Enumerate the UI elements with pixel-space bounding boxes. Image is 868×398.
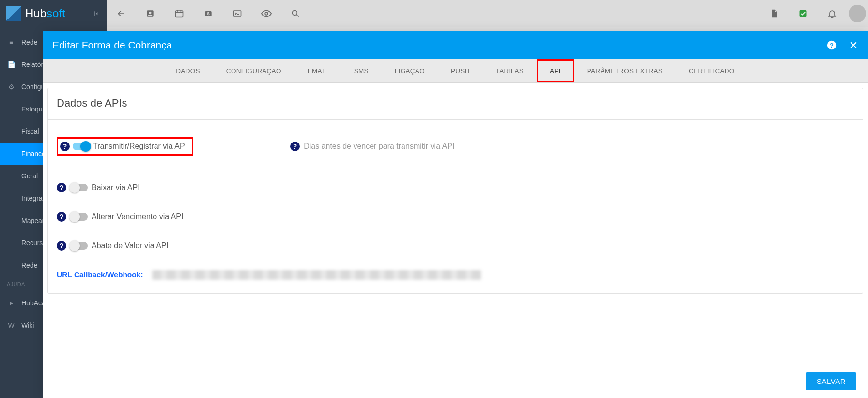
modal-title: Editar Forma de Cobrança (52, 39, 172, 51)
logo-icon (6, 6, 21, 21)
tab-email[interactable]: EMAIL (294, 59, 341, 82)
toggle-baixar-label: Baixar via API (92, 183, 140, 192)
callback-value-redacted (152, 270, 481, 280)
sidebar-item-label: Fiscal (21, 127, 39, 135)
svg-text:?: ? (830, 42, 834, 49)
sidebar-item-label: Wiki (21, 321, 34, 329)
gear-icon: ⚙ (7, 83, 16, 91)
svg-rect-5 (234, 11, 241, 16)
network-icon: ≡ (7, 38, 16, 46)
logo-area: Hubsoft (0, 0, 107, 27)
play-icon: ▸ (7, 299, 16, 307)
transmit-highlight: ? Transmitir/Registrar via API (57, 137, 193, 156)
help-vencimento-icon[interactable]: ? (57, 212, 66, 222)
toggle-vencimento-label: Alterar Vencimento via API (92, 212, 183, 221)
close-icon[interactable] (849, 40, 858, 50)
panel-title: Dados de APIs (48, 88, 863, 120)
tab-push[interactable]: PUSH (438, 59, 483, 82)
edit-billing-modal: Editar Forma de Cobrança ? DADOS CONFIGU… (43, 31, 868, 398)
eye-button[interactable] (252, 0, 281, 27)
modal-footer: SALVAR (43, 365, 868, 398)
tab-sms[interactable]: SMS (341, 59, 382, 82)
document-icon: 📄 (7, 61, 16, 68)
user-avatar[interactable] (849, 5, 866, 22)
search-button[interactable] (281, 0, 310, 27)
wiki-icon: W (7, 321, 16, 329)
tab-certificado[interactable]: CERTIFICADO (676, 59, 748, 82)
back-button[interactable] (107, 0, 136, 27)
toggle-abate-label: Abate de Valor via API (92, 241, 169, 250)
svg-point-1 (149, 12, 152, 14)
person-button[interactable] (136, 0, 165, 27)
tab-parametros[interactable]: PARÂMETROS EXTRAS (574, 59, 676, 82)
toggle-vencimento[interactable] (70, 213, 88, 221)
status-ok-button[interactable] (789, 0, 818, 27)
days-before-input[interactable] (304, 139, 536, 154)
toggle-baixar[interactable] (70, 184, 88, 191)
calendar-button[interactable] (165, 0, 194, 27)
tab-configuracao[interactable]: CONFIGURAÇÃO (213, 59, 294, 82)
help-baixar-icon[interactable]: ? (57, 183, 66, 192)
topbar: $ (107, 0, 868, 27)
tab-tarifas[interactable]: TARIFAS (483, 59, 537, 82)
svg-text:$: $ (207, 11, 209, 16)
help-days-icon[interactable]: ? (290, 142, 300, 151)
collapse-sidebar-icon[interactable] (93, 10, 101, 17)
sidebar-item-label: Rede (21, 38, 37, 46)
terminal-button[interactable] (223, 0, 252, 27)
logo-hub: Hub (25, 7, 46, 20)
notifications-button[interactable] (818, 0, 847, 27)
sidebar-item-label: Rede (21, 261, 37, 269)
toggle-transmit-label: Transmitir/Registrar via API (93, 142, 187, 151)
logo-text: Hubsoft (25, 7, 65, 20)
pdf-button[interactable] (760, 0, 789, 27)
toggle-abate[interactable] (70, 242, 88, 250)
tab-ligacao[interactable]: LIGAÇÃO (382, 59, 438, 82)
svg-point-6 (265, 12, 268, 15)
logo-soft: soft (46, 7, 65, 20)
help-icon[interactable]: ? (826, 40, 837, 50)
callback-label: URL Callback/Webhook: (57, 271, 143, 279)
sidebar-item-label: Geral (21, 172, 38, 180)
toggle-transmit[interactable] (73, 143, 90, 150)
help-abate-icon[interactable]: ? (57, 241, 66, 251)
save-button[interactable]: SALVAR (806, 372, 856, 390)
svg-rect-2 (176, 11, 183, 17)
api-panel: Dados de APIs ? Transmitir/Registrar via… (47, 88, 863, 294)
tab-dados[interactable]: DADOS (163, 59, 213, 82)
modal-header: Editar Forma de Cobrança ? (43, 31, 868, 59)
modal-body: Dados de APIs ? Transmitir/Registrar via… (43, 83, 868, 365)
tab-api[interactable]: API (537, 59, 574, 82)
modal-tabs: DADOS CONFIGURAÇÃO EMAIL SMS LIGAÇÃO PUS… (43, 59, 868, 83)
money-button[interactable]: $ (194, 0, 223, 27)
help-transmit-icon[interactable]: ? (60, 142, 70, 151)
svg-point-7 (292, 10, 297, 15)
